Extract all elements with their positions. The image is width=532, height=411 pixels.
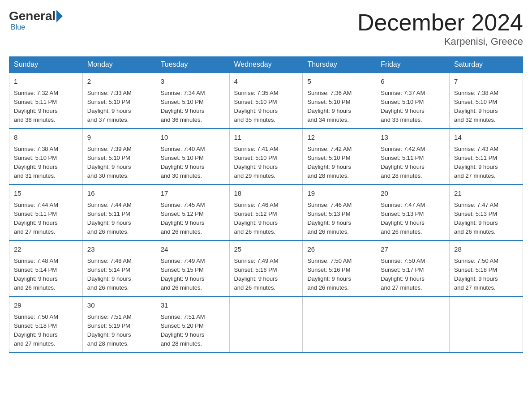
day-number: 25 <box>234 244 298 255</box>
day-number: 6 <box>381 77 445 87</box>
day-info: Sunrise: 7:49 AMSunset: 5:16 PMDaylight:… <box>234 257 298 293</box>
calendar-day-header: Wednesday <box>229 57 303 73</box>
calendar-day-cell: 20Sunrise: 7:47 AMSunset: 5:13 PMDayligh… <box>376 184 450 240</box>
day-number: 11 <box>234 133 298 143</box>
calendar-day-header: Monday <box>82 57 156 73</box>
calendar-day-cell: 23Sunrise: 7:48 AMSunset: 5:14 PMDayligh… <box>82 240 156 296</box>
calendar-day-cell: 14Sunrise: 7:43 AMSunset: 5:11 PMDayligh… <box>450 128 523 184</box>
calendar-day-cell: 3Sunrise: 7:34 AMSunset: 5:10 PMDaylight… <box>156 73 229 128</box>
calendar-day-header: Saturday <box>450 57 523 73</box>
calendar-day-header: Tuesday <box>156 57 229 73</box>
day-number: 19 <box>307 188 371 199</box>
calendar-day-cell: 28Sunrise: 7:50 AMSunset: 5:18 PMDayligh… <box>450 240 523 296</box>
calendar-day-cell <box>303 296 376 352</box>
day-info: Sunrise: 7:50 AMSunset: 5:18 PMDaylight:… <box>454 257 518 293</box>
day-info: Sunrise: 7:46 AMSunset: 5:12 PMDaylight:… <box>234 201 298 237</box>
day-number: 22 <box>14 244 78 255</box>
day-number: 31 <box>161 300 225 311</box>
calendar-day-cell: 1Sunrise: 7:32 AMSunset: 5:11 PMDaylight… <box>9 73 83 128</box>
day-number: 18 <box>234 188 298 199</box>
day-number: 27 <box>381 244 445 255</box>
month-title: December 2024 <box>357 9 523 36</box>
day-info: Sunrise: 7:38 AMSunset: 5:10 PMDaylight:… <box>454 89 518 125</box>
calendar-day-cell: 18Sunrise: 7:46 AMSunset: 5:12 PMDayligh… <box>229 184 303 240</box>
day-info: Sunrise: 7:33 AMSunset: 5:10 PMDaylight:… <box>87 89 151 125</box>
calendar-day-cell: 19Sunrise: 7:46 AMSunset: 5:13 PMDayligh… <box>303 184 376 240</box>
logo-general-text: General <box>9 9 56 23</box>
day-number: 9 <box>87 133 151 143</box>
calendar-day-cell <box>376 296 450 352</box>
day-number: 8 <box>14 133 78 143</box>
day-info: Sunrise: 7:42 AMSunset: 5:11 PMDaylight:… <box>381 145 445 181</box>
calendar-day-cell: 13Sunrise: 7:42 AMSunset: 5:11 PMDayligh… <box>376 128 450 184</box>
calendar-day-cell: 6Sunrise: 7:37 AMSunset: 5:10 PMDaylight… <box>376 73 450 128</box>
page-header: General Blue December 2024 Karpenisi, Gr… <box>9 9 523 47</box>
calendar-week-row: 1Sunrise: 7:32 AMSunset: 5:11 PMDaylight… <box>9 73 523 128</box>
day-number: 21 <box>454 188 518 199</box>
calendar-day-header: Friday <box>376 57 450 73</box>
day-number: 30 <box>87 300 151 311</box>
calendar-day-cell: 31Sunrise: 7:51 AMSunset: 5:20 PMDayligh… <box>156 296 229 352</box>
day-number: 28 <box>454 244 518 255</box>
day-info: Sunrise: 7:48 AMSunset: 5:14 PMDaylight:… <box>14 257 78 293</box>
day-number: 14 <box>454 133 518 143</box>
day-number: 24 <box>161 244 225 255</box>
day-number: 12 <box>307 133 371 143</box>
calendar-day-cell: 25Sunrise: 7:49 AMSunset: 5:16 PMDayligh… <box>229 240 303 296</box>
calendar-week-row: 15Sunrise: 7:44 AMSunset: 5:11 PMDayligh… <box>9 184 523 240</box>
calendar-week-row: 8Sunrise: 7:38 AMSunset: 5:10 PMDaylight… <box>9 128 523 184</box>
calendar-day-header: Thursday <box>303 57 376 73</box>
day-number: 3 <box>161 77 225 87</box>
day-number: 16 <box>87 188 151 199</box>
calendar-day-cell <box>450 296 523 352</box>
day-number: 13 <box>381 133 445 143</box>
day-number: 23 <box>87 244 151 255</box>
calendar-day-cell: 30Sunrise: 7:51 AMSunset: 5:19 PMDayligh… <box>82 296 156 352</box>
day-info: Sunrise: 7:51 AMSunset: 5:19 PMDaylight:… <box>87 313 151 349</box>
day-info: Sunrise: 7:35 AMSunset: 5:10 PMDaylight:… <box>234 89 298 125</box>
day-number: 5 <box>307 77 371 87</box>
day-info: Sunrise: 7:50 AMSunset: 5:18 PMDaylight:… <box>14 313 78 349</box>
day-number: 2 <box>87 77 151 87</box>
day-info: Sunrise: 7:36 AMSunset: 5:10 PMDaylight:… <box>307 89 371 125</box>
calendar-day-cell: 27Sunrise: 7:50 AMSunset: 5:17 PMDayligh… <box>376 240 450 296</box>
calendar-day-cell: 17Sunrise: 7:45 AMSunset: 5:12 PMDayligh… <box>156 184 229 240</box>
day-number: 10 <box>161 133 225 143</box>
logo-arrow-icon <box>56 10 63 22</box>
day-info: Sunrise: 7:44 AMSunset: 5:11 PMDaylight:… <box>14 201 78 237</box>
day-number: 1 <box>14 77 78 87</box>
day-number: 7 <box>454 77 518 87</box>
calendar-week-row: 29Sunrise: 7:50 AMSunset: 5:18 PMDayligh… <box>9 296 523 352</box>
calendar-day-cell: 22Sunrise: 7:48 AMSunset: 5:14 PMDayligh… <box>9 240 83 296</box>
day-number: 29 <box>14 300 78 311</box>
day-info: Sunrise: 7:43 AMSunset: 5:11 PMDaylight:… <box>454 145 518 181</box>
calendar-day-cell: 10Sunrise: 7:40 AMSunset: 5:10 PMDayligh… <box>156 128 229 184</box>
day-info: Sunrise: 7:39 AMSunset: 5:10 PMDaylight:… <box>87 145 151 181</box>
calendar-day-cell: 29Sunrise: 7:50 AMSunset: 5:18 PMDayligh… <box>9 296 83 352</box>
logo: General Blue <box>9 9 64 31</box>
day-info: Sunrise: 7:50 AMSunset: 5:16 PMDaylight:… <box>307 257 371 293</box>
day-number: 17 <box>161 188 225 199</box>
calendar-day-cell: 24Sunrise: 7:49 AMSunset: 5:15 PMDayligh… <box>156 240 229 296</box>
day-info: Sunrise: 7:42 AMSunset: 5:10 PMDaylight:… <box>307 145 371 181</box>
logo-blue-text: Blue <box>11 23 25 31</box>
calendar-day-cell: 8Sunrise: 7:38 AMSunset: 5:10 PMDaylight… <box>9 128 83 184</box>
day-number: 26 <box>307 244 371 255</box>
day-info: Sunrise: 7:47 AMSunset: 5:13 PMDaylight:… <box>454 201 518 237</box>
day-info: Sunrise: 7:51 AMSunset: 5:20 PMDaylight:… <box>161 313 225 349</box>
calendar-day-cell: 7Sunrise: 7:38 AMSunset: 5:10 PMDaylight… <box>450 73 523 128</box>
day-info: Sunrise: 7:37 AMSunset: 5:10 PMDaylight:… <box>381 89 445 125</box>
calendar-header-row: SundayMondayTuesdayWednesdayThursdayFrid… <box>9 57 523 73</box>
day-info: Sunrise: 7:48 AMSunset: 5:14 PMDaylight:… <box>87 257 151 293</box>
calendar-day-cell: 2Sunrise: 7:33 AMSunset: 5:10 PMDaylight… <box>82 73 156 128</box>
day-number: 15 <box>14 188 78 199</box>
calendar-day-cell: 12Sunrise: 7:42 AMSunset: 5:10 PMDayligh… <box>303 128 376 184</box>
day-info: Sunrise: 7:49 AMSunset: 5:15 PMDaylight:… <box>161 257 225 293</box>
calendar-day-cell: 9Sunrise: 7:39 AMSunset: 5:10 PMDaylight… <box>82 128 156 184</box>
title-block: December 2024 Karpenisi, Greece <box>357 9 523 47</box>
day-number: 20 <box>381 188 445 199</box>
day-info: Sunrise: 7:45 AMSunset: 5:12 PMDaylight:… <box>161 201 225 237</box>
calendar-day-cell: 11Sunrise: 7:41 AMSunset: 5:10 PMDayligh… <box>229 128 303 184</box>
day-info: Sunrise: 7:46 AMSunset: 5:13 PMDaylight:… <box>307 201 371 237</box>
calendar-day-cell <box>229 296 303 352</box>
